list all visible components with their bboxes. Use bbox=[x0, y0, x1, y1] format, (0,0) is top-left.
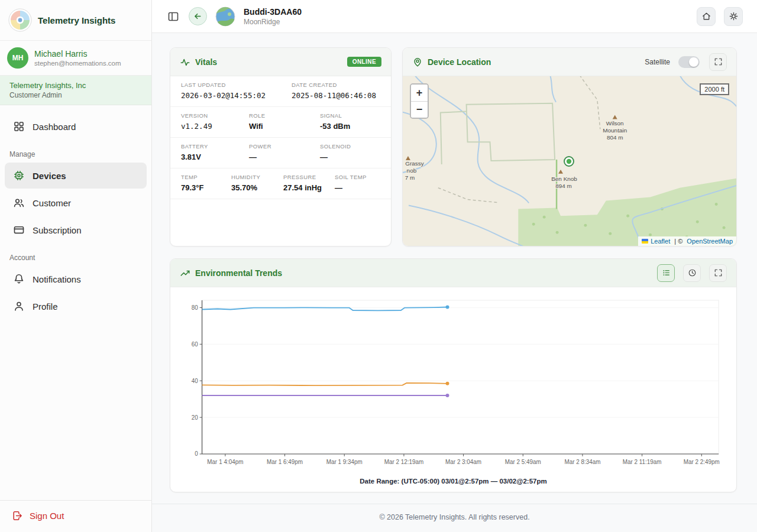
panel-left-icon bbox=[167, 11, 179, 22]
sidebar-item-label: Subscription bbox=[33, 225, 82, 235]
map-expand-button[interactable] bbox=[709, 53, 727, 71]
home-icon bbox=[701, 11, 711, 21]
sidebar: Telemetry Insights MH Michael Harris ste… bbox=[0, 0, 152, 532]
attribution-separator: | © bbox=[672, 238, 684, 245]
home-button[interactable] bbox=[697, 7, 716, 26]
solenoid-value: — bbox=[320, 153, 389, 161]
location-header: Device Location Satellite bbox=[403, 48, 736, 76]
toggle-knob bbox=[689, 57, 698, 67]
vitals-card: Vitals ONLINE LAST UPDATED 2026-03-02@14… bbox=[170, 47, 392, 246]
soil-temp-value: — bbox=[335, 183, 389, 192]
app-title: Telemetry Insights bbox=[38, 15, 115, 25]
peak-label: Ben Knob bbox=[551, 176, 577, 182]
device-location-marker[interactable] bbox=[564, 157, 574, 166]
user-email: stephen@homemations.com bbox=[34, 60, 121, 67]
map-attribution: Leaflet | © OpenStreetMap bbox=[638, 236, 736, 246]
time-range-button[interactable] bbox=[683, 264, 701, 282]
zoom-in-button[interactable]: + bbox=[411, 85, 428, 101]
sidebar-nav: Dashboard Manage Devices Customer Subscr… bbox=[0, 105, 151, 500]
date-created-value: 2025-08-11@06:46:08 bbox=[292, 91, 389, 100]
brand: Telemetry Insights bbox=[0, 0, 151, 41]
field-label: HUMIDITY bbox=[231, 174, 283, 180]
version-value: v1.2.49 bbox=[181, 122, 249, 131]
device-avatar bbox=[215, 7, 235, 27]
vitals-row-power: BATTERY 3.81V POWER — SOLENOID — bbox=[170, 138, 391, 168]
device-name: Buddi-3DAA60 bbox=[244, 7, 302, 17]
status-badge: ONLINE bbox=[347, 57, 381, 67]
environmental-trends-card: Environmental Trends bbox=[170, 258, 737, 492]
svg-text:Mar 2 11:19am: Mar 2 11:19am bbox=[623, 459, 662, 465]
sidebar-item-label: Profile bbox=[33, 301, 58, 312]
sidebar-item-dashboard[interactable]: Dashboard bbox=[5, 113, 147, 140]
svg-text:80: 80 bbox=[192, 304, 198, 311]
users-icon bbox=[13, 197, 25, 209]
svg-text:20: 20 bbox=[192, 414, 198, 421]
legend-toggle-button[interactable] bbox=[657, 264, 675, 282]
activity-icon bbox=[180, 57, 190, 67]
field-label: VERSION bbox=[181, 112, 249, 119]
role-value: Wifi bbox=[249, 122, 320, 131]
map-trails bbox=[438, 76, 600, 209]
leaflet-link[interactable]: Leaflet bbox=[651, 238, 670, 245]
device-location-card: Device Location Satellite bbox=[402, 47, 737, 246]
svg-text:Mar 2 3:04am: Mar 2 3:04am bbox=[445, 459, 481, 465]
vitals-title: Vitals bbox=[195, 57, 217, 67]
signal-value: -53 dBm bbox=[320, 122, 389, 131]
sidebar-item-label: Notifications bbox=[33, 274, 81, 284]
leaflet-flag-icon bbox=[642, 239, 648, 244]
trend-chart-svg: 020406080Mar 1 4:04pmMar 1 6:49pmMar 1 9… bbox=[176, 292, 728, 474]
peak-elevation: 894 m bbox=[555, 183, 572, 189]
power-value: — bbox=[249, 153, 320, 161]
app-logo-icon bbox=[8, 8, 32, 32]
device-group: MoonRidge bbox=[244, 18, 302, 26]
openstreetmap-link[interactable]: OpenStreetMap bbox=[687, 238, 733, 245]
devices-icon bbox=[13, 170, 25, 181]
map-peaks: Wilson Mountain 804 m Ben Knob 894 m Gra… bbox=[405, 115, 627, 189]
satellite-toggle[interactable] bbox=[678, 56, 700, 68]
satellite-toggle-label: Satellite bbox=[645, 58, 670, 66]
sidebar-item-customer[interactable]: Customer bbox=[5, 190, 147, 216]
vitals-row-system: VERSION v1.2.49 ROLE Wifi SIGNAL -53 dBm bbox=[170, 107, 391, 138]
zoom-out-button[interactable]: − bbox=[411, 101, 428, 118]
field-label: SIGNAL bbox=[320, 112, 389, 119]
svg-text:Mar 1 4:04pm: Mar 1 4:04pm bbox=[207, 459, 243, 465]
logout-icon bbox=[12, 510, 23, 521]
sidebar-item-notifications[interactable]: Notifications bbox=[5, 266, 147, 292]
sidebar-item-devices[interactable]: Devices bbox=[5, 163, 147, 189]
field-label: LAST UPDATED bbox=[181, 82, 292, 88]
map-scale: 2000 ft bbox=[700, 83, 729, 95]
field-label: ROLE bbox=[249, 112, 320, 119]
expand-icon bbox=[714, 57, 723, 66]
settings-button[interactable] bbox=[724, 7, 743, 26]
peak-label: Wilson bbox=[606, 120, 624, 126]
svg-text:0: 0 bbox=[195, 450, 198, 457]
map-canvas[interactable]: Wilson Mountain 804 m Ben Knob 894 m Gra… bbox=[403, 76, 736, 246]
sidebar-item-profile[interactable]: Profile bbox=[5, 293, 147, 319]
topbar: Buddi-3DAA60 MoonRidge bbox=[152, 0, 757, 33]
bell-icon bbox=[13, 273, 25, 285]
battery-value: 3.81V bbox=[181, 153, 249, 161]
expand-icon bbox=[714, 268, 723, 277]
sidebar-item-subscription[interactable]: Subscription bbox=[5, 217, 147, 243]
credit-card-icon bbox=[13, 224, 25, 236]
sidebar-item-label: Dashboard bbox=[33, 122, 76, 132]
peak-elevation: 804 m bbox=[607, 134, 623, 141]
sidebar-item-label: Customer bbox=[33, 198, 71, 208]
peak-label: Mountain bbox=[603, 127, 627, 134]
user-block[interactable]: MH Michael Harris stephen@homemations.co… bbox=[0, 41, 151, 76]
page-footer: © 2026 Telemetry Insights. All rights re… bbox=[152, 504, 757, 532]
back-button[interactable] bbox=[189, 7, 207, 25]
svg-text:60: 60 bbox=[192, 341, 198, 348]
sign-out-button[interactable]: Sign Out bbox=[0, 500, 151, 532]
org-role: Customer Admin bbox=[9, 91, 142, 99]
peak-elevation: 7 m bbox=[405, 174, 415, 181]
field-label: DATE CREATED bbox=[292, 82, 389, 88]
content: Vitals ONLINE LAST UPDATED 2026-03-02@14… bbox=[152, 33, 757, 504]
chart-expand-button[interactable] bbox=[709, 264, 727, 282]
user-avatar: MH bbox=[7, 47, 28, 69]
legend-list-icon bbox=[662, 268, 671, 277]
sidebar-toggle-button[interactable] bbox=[166, 9, 180, 24]
section-label-account: Account bbox=[0, 244, 151, 265]
trend-chart: 020406080Mar 1 4:04pmMar 1 6:49pmMar 1 9… bbox=[170, 287, 736, 476]
field-label: POWER bbox=[249, 143, 320, 150]
